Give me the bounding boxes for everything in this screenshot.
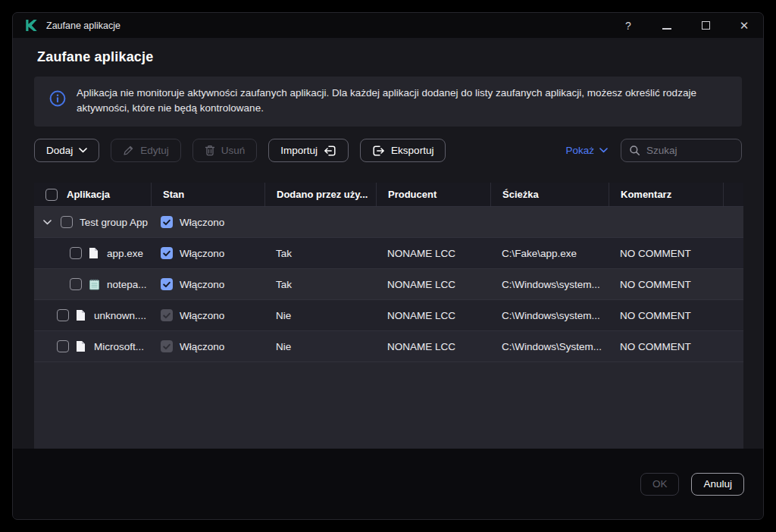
delete-button-label: Usuń xyxy=(221,145,246,156)
row-checkbox[interactable] xyxy=(57,309,69,321)
select-all-checkbox[interactable] xyxy=(45,189,58,201)
toolbar: Dodaj Edytuj Usuń Importuj Eksportuj Pok… xyxy=(34,139,742,162)
column-application: Aplikacja xyxy=(67,189,110,200)
added-cell: Tak xyxy=(264,248,376,259)
pencil-icon xyxy=(123,145,134,156)
kaspersky-logo-icon xyxy=(25,19,38,32)
add-button[interactable]: Dodaj xyxy=(34,139,99,162)
minimize-button[interactable] xyxy=(662,20,672,32)
table-row[interactable]: app.exe Włączono Tak NONAME LCC C:\Fake\… xyxy=(34,237,743,268)
delete-button[interactable]: Usuń xyxy=(192,139,258,162)
group-name: Test group App xyxy=(80,217,148,228)
check-icon xyxy=(163,312,171,319)
check-icon xyxy=(163,343,171,350)
column-filler xyxy=(723,183,743,206)
ok-button[interactable]: OK xyxy=(640,473,680,496)
app-name: notepa... xyxy=(107,279,147,290)
comment-cell: NO COMMENT xyxy=(609,248,723,259)
column-added-by-user: Dodano przez uży... xyxy=(264,183,376,206)
expand-chevron-icon[interactable] xyxy=(43,220,54,225)
page-title: Zaufane aplikacje xyxy=(37,49,742,65)
check-icon xyxy=(163,219,171,226)
state-checkbox-disabled xyxy=(161,309,173,321)
added-cell: Nie xyxy=(264,310,376,321)
column-comment: Komentarz xyxy=(609,183,723,206)
titlebar: Zaufane aplikacje ? ✕ xyxy=(13,13,763,38)
trash-icon xyxy=(205,145,215,156)
added-cell: Tak xyxy=(264,279,376,290)
help-button[interactable]: ? xyxy=(623,20,634,32)
check-icon xyxy=(163,250,171,257)
app-name: Microsoft... xyxy=(94,341,144,352)
row-checkbox[interactable] xyxy=(70,247,82,259)
show-filter-link[interactable]: Pokaż xyxy=(565,145,608,156)
file-icon xyxy=(76,340,87,352)
maximize-button[interactable] xyxy=(700,20,711,32)
state-label: Włączono xyxy=(180,341,224,352)
path-cell: C:\Windows\system... xyxy=(490,310,609,321)
cancel-button[interactable]: Anuluj xyxy=(691,473,744,496)
edit-button-label: Edytuj xyxy=(140,145,169,156)
row-checkbox[interactable] xyxy=(70,278,82,290)
dialog-content: Zaufane aplikacje Aplikacja nie monitoru… xyxy=(13,38,763,449)
path-cell: C:\Windows\System... xyxy=(490,341,609,352)
path-cell: C:\Fake\app.exe xyxy=(490,248,609,259)
comment-cell: NO COMMENT xyxy=(609,341,723,352)
file-icon xyxy=(76,309,87,321)
chevron-down-icon xyxy=(599,148,608,153)
edit-button[interactable]: Edytuj xyxy=(111,139,181,162)
chevron-down-icon xyxy=(79,148,87,153)
info-banner: Aplikacja nie monitoruje aktywności zauf… xyxy=(34,77,742,127)
added-cell: Nie xyxy=(264,341,376,352)
vendor-cell: NONAME LCC xyxy=(376,341,490,352)
dialog-footer: OK Anuluj xyxy=(13,449,763,519)
window-controls: ? ✕ xyxy=(623,19,749,33)
import-icon xyxy=(324,145,336,157)
info-banner-text: Aplikacja nie monitoruje aktywności zauf… xyxy=(77,86,727,116)
applications-table: Aplikacja Stan Dodano przez uży... Produ… xyxy=(34,183,743,449)
state-checkbox-disabled xyxy=(161,340,173,352)
trusted-applications-dialog: Zaufane aplikacje ? ✕ Zaufane aplikacje … xyxy=(12,12,764,520)
column-path: Ścieżka xyxy=(490,183,609,206)
check-icon xyxy=(163,281,171,288)
row-checkbox[interactable] xyxy=(61,216,73,228)
maximize-icon xyxy=(702,21,710,30)
info-icon xyxy=(49,90,66,107)
export-button[interactable]: Eksportuj xyxy=(360,139,446,162)
state-checkbox[interactable] xyxy=(161,278,173,290)
show-filter-label: Pokaż xyxy=(565,145,594,156)
notepad-icon xyxy=(89,278,100,290)
import-button-label: Importuj xyxy=(280,145,318,156)
export-button-label: Eksportuj xyxy=(391,145,433,156)
state-label: Włączono xyxy=(180,310,224,321)
row-checkbox[interactable] xyxy=(57,340,69,352)
state-checkbox[interactable] xyxy=(161,247,173,259)
minimize-icon xyxy=(662,28,671,30)
table-row[interactable]: unknown.... Włączono Nie NONAME LCC C:\W… xyxy=(34,299,743,330)
vendor-cell: NONAME LCC xyxy=(376,248,490,259)
comment-cell: NO COMMENT xyxy=(609,279,723,290)
window-title: Zaufane aplikacje xyxy=(46,20,120,31)
close-button[interactable]: ✕ xyxy=(739,19,749,33)
vendor-cell: NONAME LCC xyxy=(376,279,490,290)
app-name: unknown.... xyxy=(94,310,146,321)
app-name: app.exe xyxy=(107,248,143,259)
table-header: Aplikacja Stan Dodano przez uży... Produ… xyxy=(34,183,743,206)
add-button-label: Dodaj xyxy=(46,145,73,156)
state-label: Włączono xyxy=(180,217,224,228)
state-checkbox[interactable] xyxy=(161,216,173,228)
state-label: Włączono xyxy=(180,248,224,259)
table-row-group[interactable]: Test group App Włączono xyxy=(34,206,743,237)
column-state: Stan xyxy=(151,183,264,206)
state-label: Włączono xyxy=(180,279,224,290)
table-row[interactable]: Microsoft... Włączono Nie NONAME LCC C:\… xyxy=(34,330,743,361)
search-icon xyxy=(629,145,640,156)
comment-cell: NO COMMENT xyxy=(609,310,723,321)
file-icon xyxy=(89,247,100,259)
import-button[interactable]: Importuj xyxy=(268,139,349,162)
search-input[interactable] xyxy=(646,145,734,156)
table-row[interactable]: notepa... Włączono Tak NONAME LCC C:\Win… xyxy=(34,268,743,299)
column-vendor: Producent xyxy=(376,183,490,206)
vendor-cell: NONAME LCC xyxy=(376,310,490,321)
export-icon xyxy=(372,145,385,157)
